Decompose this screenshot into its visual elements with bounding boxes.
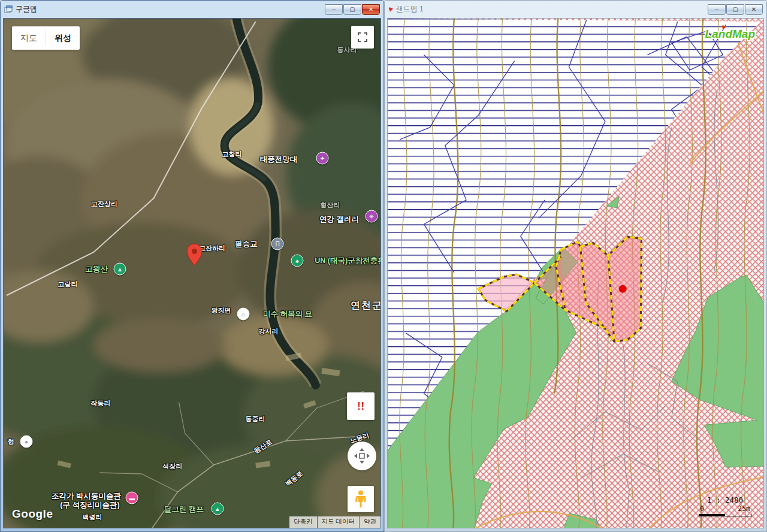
tomb-icon[interactable]: ⌂ — [237, 308, 250, 321]
place-label: 석장리 — [163, 462, 183, 471]
gallery-icon[interactable]: ✳ — [366, 210, 378, 223]
place-label: 미수 허목의 묘 — [263, 309, 312, 319]
cadastral-map[interactable]: LandMap ♥ 1 : 2480 0 25m — [387, 18, 764, 528]
pegman-icon — [355, 490, 366, 508]
place-label: 강서리 — [259, 327, 279, 336]
camera-icon[interactable]: ✦ — [316, 152, 329, 165]
place-label: 작동리 — [91, 399, 111, 408]
map-type-satellite-button[interactable]: 위성 — [46, 26, 80, 50]
left-window-title: 구글맵 — [16, 4, 37, 14]
map-type-map-button[interactable]: 지도 — [12, 26, 46, 50]
pan-control[interactable] — [348, 442, 376, 470]
scale-bar — [699, 514, 751, 517]
google-logo: Google — [12, 507, 53, 521]
satellite-map[interactable]: 동사리고창리고잔상리태풍전망대횡산리연강 갤러리고잔하리필승교UN (태국)군참… — [3, 18, 381, 528]
map-type-control: 지도 위성 — [12, 26, 80, 50]
memorial-tree-icon[interactable]: ♠ — [291, 255, 304, 267]
minimize-button[interactable]: – — [325, 4, 343, 15]
cadastral-drawing — [388, 19, 764, 528]
place-label: 고랑리 — [58, 280, 78, 289]
place-label: 고잔상리 — [91, 200, 117, 208]
right-window-title: 랜드맵 1 — [396, 4, 424, 14]
place-label: 횡산리 — [321, 201, 340, 210]
place-label: 왕징면 — [212, 306, 231, 315]
maximize-button-right[interactable]: ▢ — [726, 4, 744, 15]
place-label: 고왕산 — [85, 264, 108, 274]
scale-distance: 25m — [738, 504, 750, 513]
place-label: 백령리 — [83, 513, 102, 522]
map-scale: 1 : 2480 0 25m — [699, 495, 751, 517]
window-icon — [4, 5, 13, 14]
attribution-link[interactable]: 단축키 — [289, 516, 317, 528]
place-label: 필승교 — [235, 239, 258, 249]
fullscreen-icon — [358, 32, 367, 42]
map-attribution: 단축키지도 데이터약관 — [289, 516, 381, 528]
place-label: 달그린 캠프 — [164, 504, 204, 515]
scale-ratio: 1 : 2480 — [699, 495, 751, 504]
close-button[interactable]: ✕ — [362, 4, 380, 15]
place-label: 고창리 — [222, 150, 242, 159]
fullscreen-button[interactable] — [351, 26, 374, 49]
landmap-logo: LandMap — [705, 28, 755, 41]
close-button-right[interactable]: ✕ — [745, 4, 763, 15]
place-dot-icon[interactable]: ● — [20, 436, 33, 448]
report-problem-button[interactable]: !! — [347, 392, 375, 420]
place-label: (구 석장리미술관) — [60, 500, 119, 510]
pegman-button[interactable] — [348, 486, 374, 512]
museum-bed-icon[interactable]: ▬ — [126, 492, 138, 504]
google-map-window: 구글맵 – ▢ ✕ — [0, 0, 384, 532]
left-titlebar[interactable]: 구글맵 – ▢ ✕ — [1, 1, 384, 18]
hiking-icon[interactable]: ▲ — [114, 263, 126, 276]
red-marker-pin[interactable] — [186, 243, 203, 266]
satellite-imagery — [4, 19, 381, 528]
landmap-window: ♥ 랜드맵 1 – ▢ ✕ — [384, 0, 767, 532]
camp-icon[interactable]: ▲ — [212, 503, 224, 515]
place-label: UN (태국)군참전충혼 — [315, 256, 381, 266]
maximize-button[interactable]: ▢ — [343, 4, 361, 15]
attribution-link[interactable]: 지도 데이터 — [318, 516, 359, 528]
bridge-icon[interactable]: Π — [271, 238, 284, 250]
right-titlebar[interactable]: ♥ 랜드맵 1 – ▢ ✕ — [385, 1, 766, 18]
place-label: 연천군 — [351, 300, 381, 312]
attribution-link[interactable]: 약관 — [360, 516, 381, 528]
place-label: 형 — [8, 437, 14, 446]
scale-zero: 0 — [700, 504, 704, 513]
place-label: 태풍전망대 — [260, 155, 298, 165]
pan-arrows-icon — [353, 447, 371, 465]
place-label: 고잔하리 — [199, 244, 225, 253]
minimize-button-right[interactable]: – — [708, 4, 726, 15]
landmap-app-icon: ♥ — [388, 4, 394, 14]
place-label: 동중리 — [246, 415, 265, 424]
selected-point-dot — [619, 285, 627, 293]
place-label: 연강 갤러리 — [319, 214, 359, 225]
